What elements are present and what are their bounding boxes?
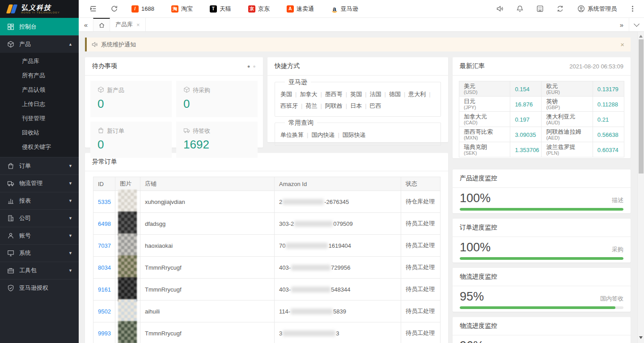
marketplace-link-亚马逊[interactable]: a亚马逊 xyxy=(331,5,358,13)
more-menu-icon[interactable] xyxy=(629,5,636,13)
shortcut-link-德国[interactable]: 德国 xyxy=(389,91,401,97)
sidebar-item-系统[interactable]: 系统▼ xyxy=(0,244,79,262)
tab-close-icon[interactable]: × xyxy=(136,21,140,28)
marketplace-link-京东[interactable]: 京京东 xyxy=(248,5,270,13)
order-row: 9993TmmnRrycugf33待员工处理 xyxy=(93,322,441,343)
sidebar-subitem-回收站[interactable]: 回收站 xyxy=(0,126,79,140)
shortcut-link-墨西哥[interactable]: 墨西哥 xyxy=(325,91,343,97)
scroll-up-arrow-icon[interactable] xyxy=(639,35,643,38)
sidebar-subitem-所有产品[interactable]: 所有产品 xyxy=(0,68,79,83)
apps-icon[interactable] xyxy=(536,5,544,13)
currency-cell: 英镑(GBP) xyxy=(542,97,593,112)
truck-icon xyxy=(183,127,190,135)
monitor-percent: 96% xyxy=(460,339,484,343)
amazon-auth-icon xyxy=(7,284,14,292)
order-id-link[interactable]: 9993 xyxy=(98,330,111,337)
todo-stat-待采购[interactable]: 待采购0 xyxy=(176,81,258,117)
shortcut-link-阿联酋[interactable]: 阿联酋 xyxy=(325,102,343,109)
sidebar-item-产品[interactable]: 产品▲ xyxy=(0,35,79,53)
todo-stat-新产品[interactable]: 新产品0 xyxy=(90,81,172,117)
order-id-link[interactable]: 8034 xyxy=(98,264,111,271)
notice-close-icon[interactable]: × xyxy=(620,41,624,48)
stat-label: 待签收 xyxy=(193,127,210,135)
user-avatar-icon xyxy=(577,5,585,13)
marketplace-link-速卖通[interactable]: A速卖通 xyxy=(287,5,314,13)
sidebar-subitem-产品库[interactable]: 产品库 xyxy=(0,54,79,68)
shortcut-link-国际快递[interactable]: 国际快递 xyxy=(343,131,366,138)
shortcut-link-西班牙[interactable]: 西班牙 xyxy=(280,102,298,109)
tab-product-library[interactable]: 产品库 × xyxy=(110,18,146,31)
sidebar-subitem-上传日志[interactable]: 上传日志 xyxy=(0,97,79,111)
scroll-down-arrow-icon[interactable] xyxy=(639,336,643,339)
carousel-dot-active[interactable]: ● xyxy=(247,64,250,69)
sidebar-subitem-侵权关键字[interactable]: 侵权关键字 xyxy=(0,140,79,154)
sidebar-item-报表[interactable]: 报表▼ xyxy=(0,192,79,209)
chevron-up-icon: ▲ xyxy=(68,42,72,47)
sidebar-item-订单[interactable]: 订单▼ xyxy=(0,157,79,174)
vertical-scrollbar[interactable] xyxy=(637,32,644,343)
shortcut-link-日本[interactable]: 日本 xyxy=(350,102,362,109)
sidebar-item-物流管理[interactable]: 物流管理▼ xyxy=(0,174,79,192)
sidebar-item-工具包[interactable]: 工具包▼ xyxy=(0,262,79,279)
monitor-title: 产品进度监控 xyxy=(460,174,497,182)
order-id-link[interactable]: 7037 xyxy=(98,242,111,249)
user-menu[interactable]: 系统管理员 xyxy=(577,5,617,13)
shortcut-link-单位换算[interactable]: 单位换算 xyxy=(280,131,304,138)
sidebar-subitem-产品认领[interactable]: 产品认领 xyxy=(0,83,79,97)
todo-title: 待办事项 xyxy=(92,62,117,70)
stat-value: 1692 xyxy=(183,138,250,152)
monitor-title: 物流进度监控 xyxy=(460,273,497,281)
shortcut-link-英国[interactable]: 英国 xyxy=(350,91,362,97)
exchange-icon[interactable] xyxy=(556,5,564,13)
currency-code: (USD) xyxy=(464,89,505,95)
tabs-dropdown[interactable] xyxy=(629,18,644,31)
order-row: 8034TmmnRrycugf403-729956待员工处理 xyxy=(93,257,441,279)
tab-label: 产品库 xyxy=(115,21,133,29)
sidebar-nav: 控制台产品▲产品库所有产品产品认领上传日志刊登管理回收站侵权关键字订单▼物流管理… xyxy=(0,18,79,296)
refresh-icon[interactable] xyxy=(110,5,118,13)
marketplace-link-1688[interactable]: /1688 xyxy=(131,5,154,13)
shortcut-link-法国[interactable]: 法国 xyxy=(370,91,381,97)
order-id-link[interactable]: 5335 xyxy=(98,199,111,205)
tabs-scroll-right[interactable]: » xyxy=(614,18,629,31)
currency-rate-value: 0.197 xyxy=(515,116,530,123)
currency-name: 日元 xyxy=(464,98,505,105)
carousel-dot[interactable]: ● xyxy=(253,64,256,69)
shop-name: dfadsgg xyxy=(140,213,275,235)
order-id-link[interactable]: 6498 xyxy=(98,220,111,227)
menu-fold-icon[interactable] xyxy=(89,5,97,13)
todo-stat-待签收[interactable]: 待签收1692 xyxy=(176,122,258,158)
rate-row: 美元(USD)0.154欧元(EUR)0.13179 xyxy=(459,81,624,97)
currency-name: 英镑 xyxy=(546,98,588,105)
shortcut-link-荷兰[interactable]: 荷兰 xyxy=(305,102,317,109)
sidebar-subitem-刊登管理[interactable]: 刊登管理 xyxy=(0,111,79,126)
order-id-link[interactable]: 9502 xyxy=(98,308,111,315)
sidebar-item-亚马逊授权[interactable]: 亚马逊授权 xyxy=(0,279,79,296)
shop-name: TmmnRrycugf xyxy=(140,257,275,279)
shortcut-link-意大利[interactable]: 意大利 xyxy=(408,91,426,97)
maintenance-notice: 系统维护通知 × xyxy=(85,38,631,51)
shortcut-link-美国[interactable]: 美国 xyxy=(280,91,292,97)
currency-code: (EUR) xyxy=(546,89,588,95)
sidebar-item-账号[interactable]: 账号▼ xyxy=(0,227,79,244)
sidebar-item-公司[interactable]: 公司▼ xyxy=(0,209,79,227)
order-id-link[interactable]: 9161 xyxy=(98,286,111,293)
marketplace-link-天猫[interactable]: T天猫 xyxy=(210,5,231,13)
marketplace-link-淘宝[interactable]: 淘淘宝 xyxy=(171,5,193,13)
tabs-scroll-left[interactable]: « xyxy=(79,18,93,31)
bell-icon[interactable] xyxy=(516,5,524,13)
shortcut-link-巴西[interactable]: 巴西 xyxy=(370,102,381,109)
shortcut-link-国内快递[interactable]: 国内快递 xyxy=(311,131,335,138)
shortcut-link-加拿大[interactable]: 加拿大 xyxy=(300,91,317,97)
tab-home[interactable] xyxy=(93,18,110,31)
separator: | xyxy=(292,91,300,97)
sidebar-item-控制台[interactable]: 控制台 xyxy=(0,18,79,35)
scrollbar-thumb[interactable] xyxy=(639,39,644,174)
todo-stat-新订单[interactable]: 新订单0 xyxy=(90,122,172,158)
amazon-id: 403-729956 xyxy=(275,257,401,279)
announce-icon[interactable] xyxy=(496,5,504,13)
shortcut-group-常用查询: 常用查询单位换算|国内快递|国际快递 xyxy=(275,123,441,146)
orders-column-header: 店铺 xyxy=(140,177,275,191)
separator: | xyxy=(381,91,389,97)
marketplace-label: 1688 xyxy=(141,5,154,12)
